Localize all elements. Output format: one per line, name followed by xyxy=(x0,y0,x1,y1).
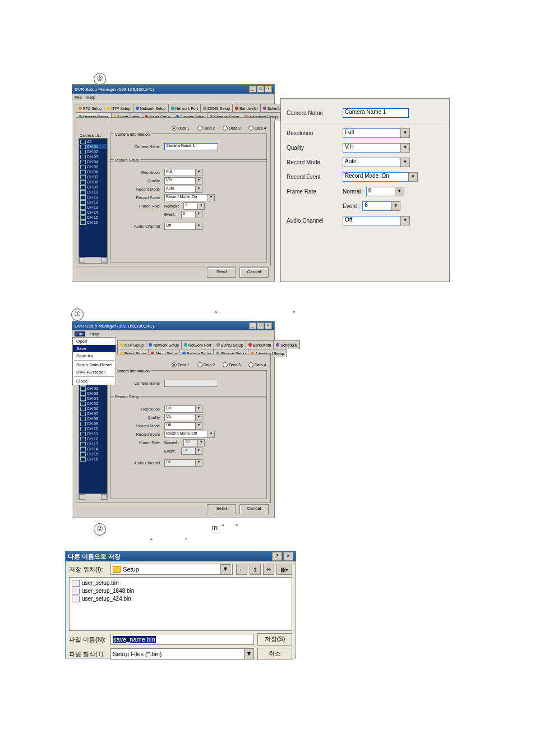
cam-row[interactable]: CH 12 xyxy=(80,436,107,441)
select-audio[interactable]: Off ▼ xyxy=(164,223,202,230)
chevron-down-icon[interactable]: ▼ xyxy=(195,211,202,218)
close-button[interactable]: × xyxy=(283,552,293,561)
send-button[interactable]: Send xyxy=(207,268,236,278)
close-button[interactable]: × xyxy=(265,86,272,93)
cam-row[interactable]: CH 07 xyxy=(80,411,107,416)
cam-row[interactable]: CH 10 xyxy=(80,190,107,195)
chevron-down-icon[interactable]: ▼ xyxy=(395,187,404,196)
save-location-select[interactable]: Setup ▼ xyxy=(110,564,233,575)
select-frame-normal[interactable]: Off▼ xyxy=(183,439,205,446)
scroll-left-icon[interactable]: ◄ xyxy=(79,257,85,263)
cam-row[interactable]: CH 16 xyxy=(80,457,107,462)
cam-row[interactable]: CH 07 xyxy=(80,174,107,179)
cam-row[interactable]: CH 08 xyxy=(80,179,107,185)
cam-row[interactable]: CH 14 xyxy=(80,446,107,451)
select-record-mode[interactable]: Auto ▼ xyxy=(164,186,202,193)
help-button[interactable]: ? xyxy=(272,552,282,561)
cam-row[interactable]: CH 11 xyxy=(80,431,107,436)
chevron-down-icon[interactable]: ▼ xyxy=(195,169,202,176)
input-file-name[interactable]: save_name.bin xyxy=(110,634,254,645)
cam-row[interactable]: CH 14 xyxy=(80,210,107,215)
cam-row[interactable]: CH 09 xyxy=(80,421,107,426)
camera-list[interactable]: All CH 01 CH 02 CH 03 CH 04 CH 05 CH 06 … xyxy=(79,375,108,500)
file-item[interactable]: user_setup_424.bin xyxy=(72,595,289,603)
cancel-button[interactable]: Cancel xyxy=(239,504,269,514)
select-quality[interactable]: V.H ▼ xyxy=(164,177,202,185)
chevron-down-icon[interactable]: ▼ xyxy=(391,201,400,211)
chevron-down-icon[interactable]: ▼ xyxy=(400,143,410,153)
tab-bandwidth[interactable]: Bandwidth xyxy=(232,104,261,112)
tab-bandwidth[interactable]: Bandwidth xyxy=(246,340,274,349)
select-record-event[interactable]: Record Mode :Off▼ xyxy=(164,431,215,438)
cam-row[interactable]: CH 06 xyxy=(80,406,107,411)
select-record-mode[interactable]: Off▼ xyxy=(164,422,202,430)
chevron-down-icon[interactable]: ▼ xyxy=(195,459,202,467)
cam-row[interactable]: CH 03 xyxy=(80,154,107,159)
chevron-down-icon[interactable]: ▼ xyxy=(245,648,254,660)
scroll-right-icon[interactable]: ► xyxy=(101,257,107,263)
chevron-down-icon[interactable]: ▼ xyxy=(220,564,230,574)
tab-ptz-setup[interactable]: PTZ Setup xyxy=(76,104,104,112)
input-camera-name[interactable] xyxy=(164,380,218,387)
radio-data3[interactable]: Data 3 xyxy=(223,126,241,131)
select-frame-normal[interactable]: 6 ▼ xyxy=(183,202,205,210)
cam-row[interactable]: CH 08 xyxy=(80,416,107,421)
select-resolution[interactable]: CIF▼ xyxy=(164,405,202,413)
cam-row[interactable]: CH 13 xyxy=(80,441,107,446)
cam-row[interactable]: CH 05 xyxy=(80,401,107,406)
select-frame-event[interactable]: Off▼ xyxy=(181,448,202,455)
tab-ntp-setup[interactable]: NTP Setup xyxy=(104,104,133,112)
chevron-down-icon[interactable]: ▼ xyxy=(400,158,410,167)
select-frame-event[interactable]: 6▼ xyxy=(362,201,400,211)
save-button[interactable]: 저장(S) xyxy=(257,633,292,646)
select-audio[interactable]: Off▼ xyxy=(343,216,410,225)
scrollbar[interactable]: ◄ ► xyxy=(79,494,107,500)
tab-ddns-setup[interactable]: DDNS Setup xyxy=(200,104,233,112)
cam-row[interactable]: CH 09 xyxy=(80,185,107,190)
chevron-down-icon[interactable]: ▼ xyxy=(195,405,202,413)
cancel-button[interactable]: Cancel xyxy=(239,268,269,278)
cam-row[interactable]: CH 03 xyxy=(80,391,107,396)
back-button[interactable]: ← xyxy=(236,564,247,575)
radio-data2[interactable]: Data 2 xyxy=(197,126,215,131)
select-record-event[interactable]: Record Mode :On▼ xyxy=(343,172,418,182)
chevron-down-icon[interactable]: ▼ xyxy=(197,439,205,446)
cam-row[interactable]: CH 01 xyxy=(80,144,107,149)
tab-network-setup[interactable]: Network Setup xyxy=(133,104,169,112)
tab-ntp-setup[interactable]: NTP Setup xyxy=(117,340,146,349)
select-audio[interactable]: Off▼ xyxy=(164,459,202,467)
select-frame-event[interactable]: 6 ▼ xyxy=(181,211,202,218)
menu-close[interactable]: Close xyxy=(73,377,116,385)
camera-list[interactable]: All CH 01 CH 02 CH 03 CH 04 CH 05 CH 06 … xyxy=(79,138,108,264)
cam-row[interactable]: CH 04 xyxy=(80,396,107,401)
radio-data1[interactable]: Data 1 xyxy=(172,126,190,131)
input-camera-name[interactable]: Camera Name 1 xyxy=(164,143,218,150)
chevron-down-icon[interactable]: ▼ xyxy=(197,202,205,210)
view-button[interactable]: ▦▾ xyxy=(276,564,292,575)
radio-data3[interactable]: Data 3 xyxy=(223,362,241,367)
cam-row[interactable]: CH 15 xyxy=(80,451,107,457)
min-button[interactable]: _ xyxy=(249,86,256,93)
cam-row[interactable]: CH 15 xyxy=(80,215,107,220)
cam-row[interactable]: CH 04 xyxy=(80,159,107,164)
cam-row[interactable]: CH 02 xyxy=(80,386,107,391)
menu-file[interactable]: File xyxy=(75,331,85,336)
tab-ddns-setup[interactable]: DDNS Setup xyxy=(214,340,246,349)
chevron-down-icon[interactable]: ▼ xyxy=(408,172,418,182)
close-button[interactable]: × xyxy=(265,322,272,329)
new-folder-button[interactable]: ✳ xyxy=(263,564,274,575)
cam-row[interactable]: CH 11 xyxy=(80,195,107,200)
cam-row[interactable]: CH 02 xyxy=(80,149,107,154)
chevron-down-icon[interactable]: ▼ xyxy=(207,194,215,201)
select-frame-normal[interactable]: 6▼ xyxy=(366,187,404,196)
cam-row[interactable]: CH 12 xyxy=(80,200,107,205)
select-file-type[interactable]: Setup Files (*.bin) ▼ xyxy=(110,648,254,660)
radio-data1[interactable]: Data 1 xyxy=(172,362,190,367)
chevron-down-icon[interactable]: ▼ xyxy=(195,414,202,421)
menu-setup-data-reset[interactable]: Setup Data Reset xyxy=(73,361,116,368)
menu-help[interactable]: Help xyxy=(90,331,99,336)
chevron-down-icon[interactable]: ▼ xyxy=(195,448,202,455)
scrollbar[interactable]: ◄ ► xyxy=(79,257,107,263)
tab-network-port[interactable]: Network Port xyxy=(181,340,214,349)
select-quality[interactable]: V.L▼ xyxy=(164,414,202,421)
